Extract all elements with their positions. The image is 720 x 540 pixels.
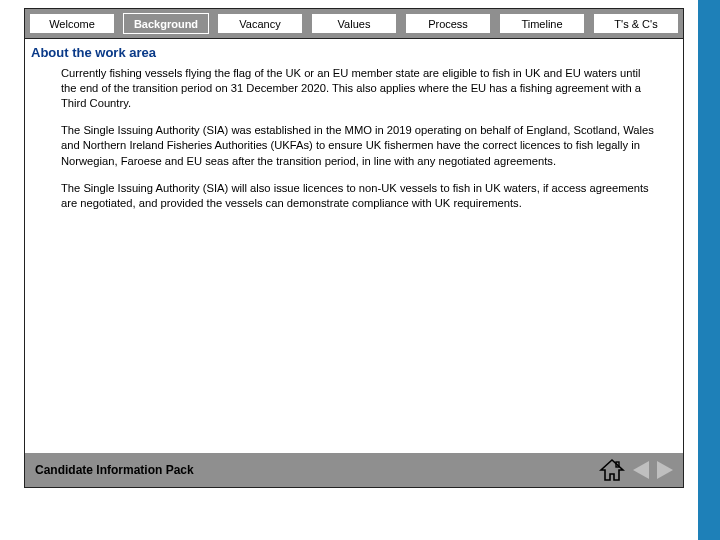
content-card: Welcome Background Vacancy Values Proces…	[24, 8, 684, 488]
paragraph: Currently fishing vessels flying the fla…	[61, 66, 659, 111]
tab-terms[interactable]: T's & C's	[593, 13, 679, 34]
page: Welcome Background Vacancy Values Proces…	[0, 8, 698, 540]
accent-bar	[698, 0, 720, 540]
tab-values[interactable]: Values	[311, 13, 397, 34]
footer-nav	[599, 458, 673, 482]
tab-process[interactable]: Process	[405, 13, 491, 34]
section-title: About the work area	[25, 39, 683, 62]
body-text: Currently fishing vessels flying the fla…	[25, 62, 683, 211]
footer-label: Candidate Information Pack	[35, 463, 194, 477]
tab-timeline[interactable]: Timeline	[499, 13, 585, 34]
tab-welcome[interactable]: Welcome	[29, 13, 115, 34]
next-arrow-icon[interactable]	[657, 461, 673, 479]
tab-vacancy[interactable]: Vacancy	[217, 13, 303, 34]
tab-bar: Welcome Background Vacancy Values Proces…	[25, 9, 683, 39]
paragraph: The Single Issuing Authority (SIA) was e…	[61, 123, 659, 168]
prev-arrow-icon[interactable]	[633, 461, 649, 479]
footer-bar: Candidate Information Pack	[25, 453, 683, 487]
paragraph: The Single Issuing Authority (SIA) will …	[61, 181, 659, 211]
home-icon[interactable]	[599, 458, 625, 482]
tab-background[interactable]: Background	[123, 13, 209, 34]
